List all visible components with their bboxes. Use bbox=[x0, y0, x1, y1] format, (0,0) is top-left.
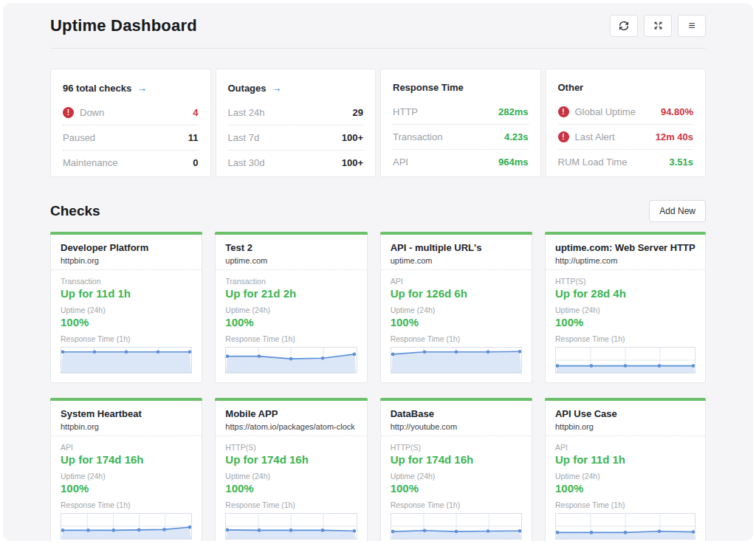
stat-row: Maintenance 0 bbox=[63, 150, 199, 175]
check-up-duration: Up for 11d 1h bbox=[555, 453, 695, 466]
uptime-value: 100% bbox=[225, 316, 357, 328]
response-time-chart bbox=[555, 347, 695, 373]
expand-button[interactable] bbox=[644, 15, 672, 37]
check-card[interactable]: DataBase http://youtube.com HTTP(S) Up f… bbox=[380, 398, 532, 541]
header-actions: ≡ bbox=[610, 15, 706, 37]
response-time-label: Response Time (1h) bbox=[555, 500, 695, 509]
uptime-label: Uptime (24h) bbox=[225, 472, 357, 481]
stat-value: 94.80% bbox=[661, 106, 693, 117]
arrows-out-icon bbox=[653, 21, 663, 30]
check-card[interactable]: System Heartbeat httpbin.org API Up for … bbox=[50, 398, 202, 541]
check-name: API Use Case bbox=[555, 408, 695, 421]
arrow-right-icon[interactable]: → bbox=[272, 82, 282, 94]
uptime-label: Uptime (24h) bbox=[391, 472, 522, 481]
stat-row: Last 30d 100+ bbox=[228, 150, 364, 175]
check-card-body: API Up for 11d 1h Uptime (24h) 100% Resp… bbox=[546, 436, 705, 541]
check-card[interactable]: Test 2 uptime.com Transaction Up for 21d… bbox=[215, 232, 367, 383]
uptime-label: Uptime (24h) bbox=[555, 472, 695, 481]
response-time-label: Response Time (1h) bbox=[61, 500, 192, 509]
check-up-duration: Up for 21d 2h bbox=[225, 287, 357, 300]
stat-card-title: Other bbox=[558, 78, 694, 100]
stat-value: 4 bbox=[193, 107, 198, 118]
stat-label: ! Last Alert bbox=[558, 131, 615, 142]
stat-row: API 964ms bbox=[393, 149, 529, 174]
stats-row: 96 total checks → ! Down 4 Paused 11 Mai… bbox=[50, 69, 706, 177]
check-card[interactable]: Developer Platform httpbin.org Transacti… bbox=[50, 232, 202, 383]
stat-row: Transaction 4.23s bbox=[393, 124, 529, 149]
stat-row: ! Down 4 bbox=[63, 100, 199, 125]
alert-icon: ! bbox=[63, 107, 74, 118]
menu-icon: ≡ bbox=[688, 19, 695, 32]
stat-row: RUM Load Time 3.51s bbox=[558, 149, 694, 174]
stat-row: Last 24h 29 bbox=[228, 100, 364, 125]
response-time-label: Response Time (1h) bbox=[555, 334, 695, 343]
stat-label: Last 7d bbox=[228, 132, 260, 143]
stat-row: Last 7d 100+ bbox=[228, 125, 364, 150]
check-card-body: HTTP(S) Up for 174d 16h Uptime (24h) 100… bbox=[381, 436, 532, 541]
check-name: Developer Platform bbox=[61, 242, 192, 255]
uptime-label: Uptime (24h) bbox=[225, 306, 357, 314]
check-type-label: API bbox=[555, 443, 695, 452]
uptime-value: 100% bbox=[555, 482, 695, 495]
stat-value: 4.23s bbox=[504, 131, 529, 142]
check-card[interactable]: Mobile APP https://atom.io/packages/atom… bbox=[215, 398, 367, 541]
response-time-label: Response Time (1h) bbox=[225, 334, 357, 343]
stat-row: Paused 11 bbox=[63, 125, 199, 150]
check-card[interactable]: API - multiple URL's uptime.com API Up f… bbox=[380, 232, 532, 383]
stat-card-total-checks: 96 total checks → ! Down 4 Paused 11 Mai… bbox=[50, 69, 211, 177]
check-up-duration: Up for 28d 4h bbox=[555, 287, 695, 300]
refresh-icon bbox=[619, 21, 629, 31]
check-url: uptime.com bbox=[391, 255, 522, 267]
response-time-label: Response Time (1h) bbox=[391, 500, 522, 509]
response-time-label: Response Time (1h) bbox=[225, 500, 357, 509]
stat-card-outages: Outages → Last 24h 29 Last 7d 100+ Last … bbox=[216, 69, 377, 177]
check-card-body: Transaction Up for 11d 1h Uptime (24h) 1… bbox=[51, 270, 202, 382]
check-card[interactable]: uptime.com: Web Server HTTP http://uptim… bbox=[545, 232, 706, 383]
response-time-chart bbox=[225, 513, 357, 540]
stat-card-title-text: Other bbox=[558, 82, 584, 93]
check-url: http://youtube.com bbox=[391, 421, 522, 433]
check-url: http://uptime.com bbox=[555, 255, 695, 267]
check-up-duration: Up for 174d 16h bbox=[391, 453, 522, 466]
check-card-head: Test 2 uptime.com bbox=[216, 235, 366, 270]
refresh-button[interactable] bbox=[610, 15, 638, 37]
uptime-dashboard-app: Uptime Dashboard ≡ bbox=[3, 3, 753, 541]
check-type-label: HTTP(S) bbox=[555, 277, 695, 286]
check-card-head: DataBase http://youtube.com bbox=[381, 401, 532, 436]
check-type-label: Transaction bbox=[225, 277, 357, 286]
checks-heading: Checks bbox=[50, 203, 100, 219]
check-url: httpbin.org bbox=[61, 255, 192, 267]
stat-label: ! Down bbox=[63, 107, 104, 118]
menu-button[interactable]: ≡ bbox=[678, 15, 706, 37]
check-card-head: Developer Platform httpbin.org bbox=[51, 235, 202, 270]
check-type-label: API bbox=[61, 443, 192, 452]
check-name: Mobile APP bbox=[225, 408, 357, 421]
check-card-head: uptime.com: Web Server HTTP http://uptim… bbox=[546, 235, 705, 270]
check-card-body: HTTP(S) Up for 28d 4h Uptime (24h) 100% … bbox=[546, 270, 705, 382]
check-card-body: API Up for 126d 6h Uptime (24h) 100% Res… bbox=[381, 270, 532, 382]
uptime-label: Uptime (24h) bbox=[391, 306, 522, 314]
uptime-label: Uptime (24h) bbox=[61, 306, 192, 314]
checks-grid: Developer Platform httpbin.org Transacti… bbox=[50, 232, 706, 541]
check-type-label: API bbox=[391, 277, 522, 286]
uptime-label: Uptime (24h) bbox=[555, 306, 695, 314]
check-card[interactable]: API Use Case httpbin.org API Up for 11d … bbox=[545, 398, 706, 541]
stat-card-response-time: Response Time HTTP 282ms Transaction 4.2… bbox=[380, 69, 541, 177]
check-name: uptime.com: Web Server HTTP bbox=[555, 242, 695, 255]
response-time-chart bbox=[555, 513, 695, 540]
stat-value: 100+ bbox=[342, 157, 363, 168]
response-time-chart bbox=[391, 513, 522, 540]
add-new-button[interactable]: Add New bbox=[649, 200, 706, 222]
response-time-chart bbox=[225, 347, 357, 373]
check-url: httpbin.org bbox=[61, 421, 192, 433]
check-name: Test 2 bbox=[225, 242, 357, 255]
stat-value: 12m 40s bbox=[656, 131, 693, 142]
check-url: httpbin.org bbox=[555, 421, 695, 433]
check-card-head: API - multiple URL's uptime.com bbox=[381, 235, 532, 270]
stat-label: Maintenance bbox=[63, 157, 117, 168]
stat-card-title: 96 total checks → bbox=[63, 78, 199, 100]
arrow-right-icon[interactable]: → bbox=[137, 82, 147, 94]
check-card-head: API Use Case httpbin.org bbox=[546, 401, 705, 436]
uptime-value: 100% bbox=[225, 482, 357, 495]
check-up-duration: Up for 174d 16h bbox=[225, 453, 357, 466]
